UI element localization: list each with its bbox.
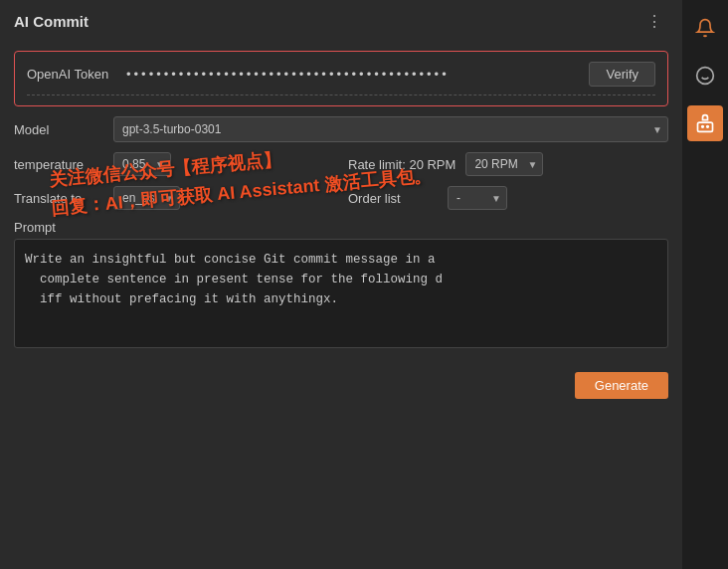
order-select[interactable]: - asc desc — [448, 186, 507, 210]
order-label: Order list — [348, 191, 438, 206]
model-label: Model — [14, 122, 103, 137]
temperature-label: temperature — [14, 157, 103, 172]
order-row: Order list - asc desc ▼ — [348, 186, 668, 210]
sidebar-face-icon[interactable] — [687, 58, 723, 94]
token-row: OpenAI Token Verify — [27, 62, 655, 87]
model-row: Model gpt-3.5-turbo-0301 gpt-4 gpt-3.5-t… — [14, 116, 668, 142]
sidebar-robot-icon[interactable] — [687, 105, 723, 141]
bottom-row: Generate — [0, 364, 682, 407]
temperature-row: temperature 0.85 0.5 0.7 1.0 ▼ — [14, 152, 334, 176]
translate-select[interactable]: en_us zh_cn ja_jp fr_fr — [113, 186, 180, 210]
translate-order-row: Translate to en_us zh_cn ja_jp fr_fr ▼ O… — [14, 186, 668, 210]
temperature-select-wrapper: 0.85 0.5 0.7 1.0 ▼ — [113, 152, 171, 176]
svg-point-5 — [707, 126, 709, 128]
temperature-select[interactable]: 0.85 0.5 0.7 1.0 — [113, 152, 171, 176]
prompt-section: Prompt Write an insightful but concise G… — [14, 220, 668, 352]
generate-button[interactable]: Generate — [575, 372, 668, 399]
translate-label: Translate to — [14, 191, 103, 206]
svg-rect-3 — [698, 122, 713, 131]
prompt-label: Prompt — [14, 220, 668, 235]
temp-rate-row: temperature 0.85 0.5 0.7 1.0 ▼ Rate limi… — [14, 152, 668, 176]
model-select-wrapper: gpt-3.5-turbo-0301 gpt-4 gpt-3.5-turbo ▼ — [113, 116, 668, 142]
prompt-textarea[interactable]: Write an insightful but concise Git comm… — [14, 239, 668, 348]
token-input[interactable] — [126, 67, 579, 82]
menu-button[interactable]: ⋮ — [640, 10, 668, 33]
title-bar: AI Commit ⋮ — [0, 0, 682, 43]
sidebar — [682, 0, 728, 569]
translate-row: Translate to en_us zh_cn ja_jp fr_fr ▼ — [14, 186, 334, 210]
token-divider — [27, 95, 655, 95]
svg-point-4 — [702, 126, 704, 128]
form-area: OpenAI Token Verify Model gpt-3.5-turbo-… — [0, 43, 682, 360]
model-select[interactable]: gpt-3.5-turbo-0301 gpt-4 gpt-3.5-turbo — [113, 116, 668, 142]
rate-limit-row: Rate limit: 20 RPM 20 RPM 10 RPM 5 RPM ▼ — [348, 152, 668, 176]
rate-limit-select[interactable]: 20 RPM 10 RPM 5 RPM — [465, 152, 543, 176]
token-section: OpenAI Token Verify — [14, 51, 668, 106]
translate-select-wrapper: en_us zh_cn ja_jp fr_fr ▼ — [113, 186, 180, 210]
svg-point-0 — [697, 68, 714, 85]
token-label: OpenAI Token — [27, 67, 116, 82]
app-title: AI Commit — [14, 13, 89, 30]
rate-limit-select-wrapper: 20 RPM 10 RPM 5 RPM ▼ — [465, 152, 543, 176]
title-icons: ⋮ — [640, 10, 668, 33]
order-select-wrapper: - asc desc ▼ — [448, 186, 507, 210]
sidebar-bell-icon[interactable] — [687, 10, 723, 46]
verify-button[interactable]: Verify — [589, 62, 655, 87]
rate-limit-label: Rate limit: 20 RPM — [348, 157, 455, 172]
